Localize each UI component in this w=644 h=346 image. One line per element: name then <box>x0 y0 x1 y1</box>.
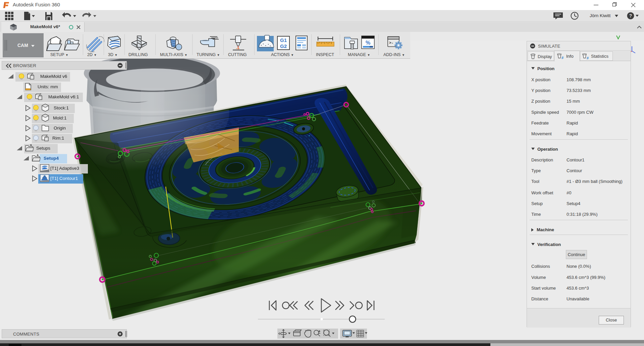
svg-text:Origin: Origin <box>54 126 66 131</box>
svg-text:MakeMold v6:1: MakeMold v6:1 <box>48 94 79 99</box>
svg-text:#: # <box>561 56 564 60</box>
svg-text:Rim:1: Rim:1 <box>52 136 64 141</box>
svg-text:>-: >- <box>389 41 393 45</box>
svg-text:Units: mm: Units: mm <box>38 84 58 89</box>
svg-text:Setup4: Setup4 <box>44 156 59 161</box>
svg-text:#: # <box>587 56 589 60</box>
svg-text:[T1] Contour1: [T1] Contour1 <box>50 176 78 181</box>
svg-text:?: ? <box>629 13 632 18</box>
svg-text:MakeMold v6: MakeMold v6 <box>40 74 67 79</box>
svg-text:Mold:1: Mold:1 <box>53 115 67 120</box>
svg-text:%: % <box>366 40 370 46</box>
svg-text:[T1] Adaptive3: [T1] Adaptive3 <box>50 166 79 171</box>
svg-text:G1: G1 <box>280 37 287 43</box>
svg-text:Stock:1: Stock:1 <box>54 105 69 110</box>
svg-text:G2: G2 <box>280 43 287 49</box>
svg-text:Setups: Setups <box>36 146 50 151</box>
